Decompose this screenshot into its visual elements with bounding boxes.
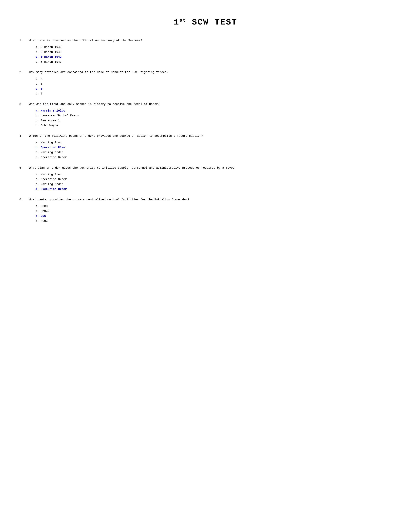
answer-4-4: d. Operation Order: [36, 155, 392, 160]
answer-2-2: b. 5: [36, 81, 392, 86]
answer-4-1: a. Warning Plan: [36, 140, 392, 145]
question-number-6: 6.: [19, 198, 29, 202]
answer-1-2: b. 5 March 1941: [36, 50, 392, 55]
answer-1-3: c. 5 March 1942: [36, 55, 392, 59]
question-6: 6.What center provides the primary centr…: [19, 198, 392, 223]
question-5: 5.What plan or order gives the authority…: [19, 166, 392, 192]
question-text-2: How many articles are contained in the C…: [29, 70, 392, 75]
answer-6-1: a. MOCC: [36, 204, 392, 209]
page-title: 1st SCW TEST: [19, 16, 392, 29]
answer-4-2: b. Operation Plan: [36, 145, 392, 150]
answer-5-3: c. Warning Order: [36, 182, 392, 187]
question-text-3: Who was the first and only Seabee in his…: [29, 102, 392, 106]
answer-3-1: a. Marvin Shields: [36, 108, 392, 113]
answer-2-1: a. 4: [36, 76, 392, 81]
answer-6-2: b. AMOCC: [36, 209, 392, 214]
question-2: 2.How many articles are contained in the…: [19, 70, 392, 96]
answer-2-3: c. 6: [36, 86, 392, 91]
title-number: 1: [174, 18, 179, 27]
question-number-1: 1.: [19, 38, 29, 43]
answer-4-3: c. Warning Order: [36, 150, 392, 155]
question-3: 3.Who was the first and only Seabee in h…: [19, 102, 392, 128]
question-number-5: 5.: [19, 166, 29, 170]
answer-1-4: d. 5 March 1943: [36, 59, 392, 65]
answer-3-4: d. John Wayne: [36, 123, 392, 128]
question-text-1: What date is observed as the official an…: [29, 38, 392, 43]
answer-1-1: a. 5 March 1940: [36, 45, 392, 50]
question-4: 4.Which of the following plans or orders…: [19, 134, 392, 160]
answer-2-4: d. 7: [36, 91, 392, 96]
question-number-4: 4.: [19, 134, 29, 138]
answer-6-3: c. COC: [36, 214, 392, 218]
answer-5-2: b. Operation Order: [36, 177, 392, 182]
question-1: 1.What date is observed as the official …: [19, 38, 392, 64]
answer-3-2: b. Lawrence “Bucky” Myers: [36, 113, 392, 118]
question-number-2: 2.: [19, 70, 29, 75]
question-number-3: 3.: [19, 102, 29, 106]
question-text-5: What plan or order gives the authority t…: [29, 166, 392, 170]
answer-5-4: d. Execution Order: [36, 187, 392, 192]
question-text-4: Which of the following plans or orders p…: [29, 134, 392, 138]
title-superscript: st: [179, 18, 186, 23]
answer-5-1: a. Warning Plan: [36, 172, 392, 177]
questions-container: 1.What date is observed as the official …: [19, 38, 392, 223]
answer-3-3: c. Ben Moreell: [36, 118, 392, 123]
question-text-6: What center provides the primary central…: [29, 198, 392, 202]
answer-6-4: d. ACOC: [36, 218, 392, 224]
title-rest: SCW TEST: [186, 18, 237, 27]
